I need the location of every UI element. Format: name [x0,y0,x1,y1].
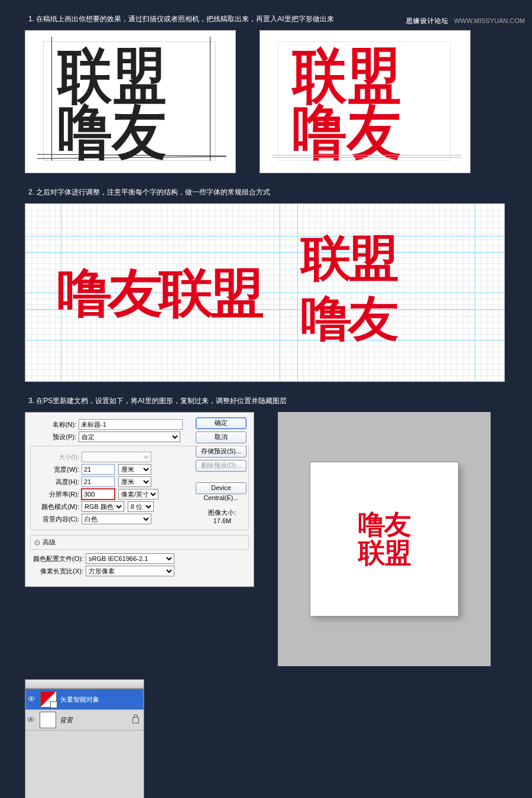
layer-thumb-icon [40,691,57,708]
size-label: 大小(I): [33,453,79,462]
width-unit[interactable]: 厘米 [118,464,151,475]
preview-line-1: 噜友 [358,511,410,539]
header-url: WWW.MISSYUAN.COM [454,17,525,24]
width-field[interactable] [82,464,115,475]
layer-row-smartobject[interactable]: 矢量智能对象 [25,689,144,710]
height-label: 高度(H): [33,478,79,486]
logo-stack-top: 联盟 [301,226,395,291]
height-field[interactable] [82,476,115,487]
preset-label: 预设(P): [30,433,76,442]
resolution-field[interactable] [82,489,115,499]
aspect-select[interactable]: 方形像素 [86,566,174,576]
ps-new-doc-dialog: 确定 取消 存储预设(S)... 删除预设(D)... Device Centr… [25,412,254,587]
header-watermark: 思缘设计论坛 WWW.MISSYUAN.COM [406,17,525,25]
step-2-text: 2. 之后对字体进行调整，注意平衡每个字的结构，做一些字体的常规组合方式 [28,187,532,197]
layer-name: 背景 [60,716,73,725]
resolution-label: 分辨率(R): [33,490,79,499]
header-site: 思缘设计论坛 [406,17,449,24]
bg-select[interactable]: 白色 [82,514,151,524]
profile-select[interactable]: sRGB IEC61966-2.1 [86,553,174,564]
layer-row-background[interactable]: 背景 [25,710,144,731]
logo-stack-bottom: 噜友 [301,287,395,352]
ai-artboard-grid: 噜友联盟 联盟 噜友 [25,203,505,382]
visibility-icon[interactable] [26,695,37,703]
advanced-toggle[interactable]: 高级 [30,535,249,550]
resolution-unit[interactable]: 像素/英寸 [118,489,158,499]
aspect-label: 像素长宽比(X): [30,567,83,576]
svg-point-4 [30,718,31,720]
visibility-icon[interactable] [25,716,36,724]
depth-select[interactable]: 8 位 [128,501,154,512]
sketch-red-trace: 联盟 噜友 [259,30,471,173]
width-label: 宽度(W): [33,465,79,474]
preview-line-2: 联盟 [358,539,410,567]
name-label: 名称(N): [30,420,76,429]
sketch-pencil: 联盟 噜友 [25,30,236,173]
layers-empty-area [25,731,144,798]
svg-point-0 [35,540,40,545]
profile-label: 颜色配置文件(O): [30,554,83,563]
ps-canvas-preview: 噜友 联盟 [278,412,491,666]
cancel-button[interactable]: 取消 [196,432,246,443]
logo-horizontal: 噜友联盟 [57,258,261,329]
layer-name: 矢量智能对象 [60,695,99,704]
document-canvas: 噜友 联盟 [310,462,458,616]
ok-button[interactable]: 确定 [196,417,246,429]
preset-select[interactable]: 自定 [79,432,180,442]
step-3-text: 3. 在PS里新建文档，设置如下，将AI里的图形，复制过来，调整好位置并隐藏图层 [28,396,532,406]
svg-point-2 [30,698,32,699]
name-field[interactable] [79,419,183,430]
layers-header [25,680,144,689]
layers-panel: 矢量智能对象 背景 ⛓ fx ◐ ◑ ▭ ▣ 🗑 [25,679,144,798]
bg-label: 背景内容(C): [33,515,79,524]
layer-thumb-icon [40,712,56,728]
advanced-label: 高级 [43,538,56,547]
lock-icon [132,717,139,724]
height-unit[interactable]: 厘米 [118,476,151,487]
chevron-icon [34,540,40,546]
mode-select[interactable]: RGB 颜色 [82,501,124,512]
mode-label: 颜色模式(M): [33,502,79,511]
size-select [82,452,151,462]
